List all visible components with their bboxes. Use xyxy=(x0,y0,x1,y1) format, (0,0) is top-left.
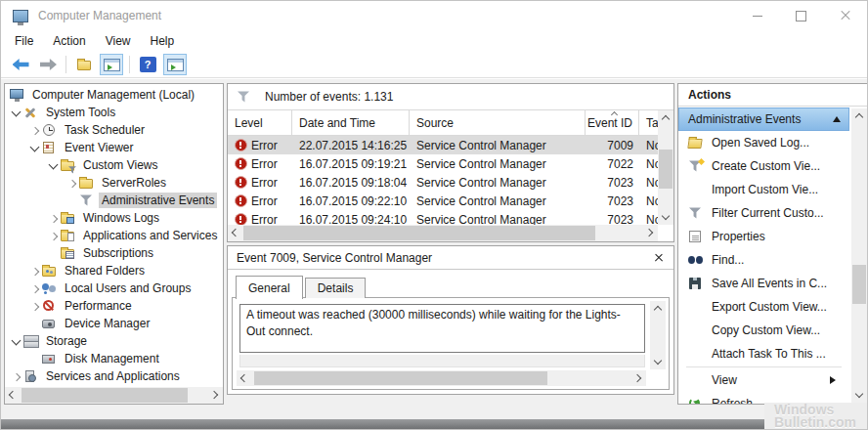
chevron-right-icon[interactable] xyxy=(28,299,42,313)
menu-help[interactable]: Help xyxy=(141,32,185,50)
tree-item-subscriptions[interactable]: Subscriptions xyxy=(5,244,222,262)
chevron-right-icon[interactable] xyxy=(28,264,42,278)
scrollbar-thumb[interactable] xyxy=(852,265,866,304)
preview-horizontal-scrollbar[interactable] xyxy=(237,370,646,386)
action-create-custom-view[interactable]: Create Custom Vie... xyxy=(678,154,849,178)
event-row[interactable]: Error 16.07.2015 09:19:21 Service Contro… xyxy=(228,154,658,173)
column-header-source[interactable]: Source xyxy=(410,110,586,135)
tree-item-task-scheduler[interactable]: Task Scheduler xyxy=(5,121,222,139)
scroll-up-icon[interactable] xyxy=(662,115,670,123)
scroll-up-icon[interactable] xyxy=(855,113,863,121)
action-open-saved-log[interactable]: Open Saved Log... xyxy=(678,131,849,154)
tree-item-local-users-and-groups[interactable]: Local Users and Groups xyxy=(5,280,222,297)
tree-item-computer-management[interactable]: Computer Management (Local) xyxy=(5,86,222,104)
workspace: Computer Management (Local) System Tools… xyxy=(1,79,867,429)
scroll-down-icon[interactable] xyxy=(855,390,863,398)
maximize-button[interactable] xyxy=(779,1,823,30)
action-save-all-events[interactable]: Save All Events in C... xyxy=(678,272,849,295)
events-vertical-scrollbar[interactable] xyxy=(658,110,673,225)
close-button[interactable] xyxy=(823,1,867,30)
event-row[interactable]: Error 16.07.2015 09:24:10 Service Contro… xyxy=(228,210,658,225)
chevron-down-icon[interactable] xyxy=(28,141,42,154)
action-properties[interactable]: Properties xyxy=(678,225,849,248)
back-button[interactable] xyxy=(9,54,32,75)
menu-action[interactable]: Action xyxy=(43,32,95,50)
forward-button[interactable] xyxy=(36,54,60,75)
preview-vertical-scrollbar[interactable] xyxy=(650,301,666,369)
event-row[interactable]: Error 16.07.2015 09:18:04 Service Contro… xyxy=(228,173,658,192)
error-icon xyxy=(235,213,247,225)
tree-item-storage[interactable]: Storage xyxy=(5,332,222,350)
show-console-tree-button[interactable] xyxy=(100,54,123,75)
tree-item-event-viewer[interactable]: Event Viewer xyxy=(5,139,222,156)
action-copy-custom-view[interactable]: Copy Custom View... xyxy=(678,319,849,342)
computer-management-window: Computer Management File Action View Hel… xyxy=(0,0,868,430)
scroll-down-icon[interactable] xyxy=(654,357,662,365)
column-header-event-id[interactable]: Event ID xyxy=(586,110,639,135)
action-export-custom-view[interactable]: Export Custom View... xyxy=(678,295,849,319)
action-attach-task[interactable]: Attach Task To This ... xyxy=(678,342,849,366)
tree-item-device-manager[interactable]: Device Manager xyxy=(5,315,222,332)
tree-item-custom-views[interactable]: Custom Views xyxy=(5,156,222,174)
actions-vertical-scrollbar[interactable] xyxy=(851,108,867,403)
tree-item-system-tools[interactable]: System Tools xyxy=(5,104,222,121)
action-view-submenu[interactable]: View xyxy=(678,368,849,392)
tree-item-serverroles[interactable]: ServerRoles xyxy=(5,174,222,192)
tree-item-services-and-applications[interactable]: Services and Applications xyxy=(5,367,222,385)
scroll-left-icon[interactable] xyxy=(232,229,239,236)
tab-details[interactable]: Details xyxy=(305,278,367,298)
minimize-button[interactable] xyxy=(735,1,779,30)
tree-item-windows-logs[interactable]: Windows Logs xyxy=(5,209,222,227)
tree-item-shared-folders[interactable]: Shared Folders xyxy=(5,262,222,280)
scroll-right-icon[interactable] xyxy=(645,229,653,236)
help-button[interactable] xyxy=(136,54,159,75)
tab-general[interactable]: General xyxy=(236,276,303,299)
show-action-pane-button[interactable] xyxy=(163,54,187,75)
actions-separator xyxy=(686,366,842,367)
tree-item-performance[interactable]: Performance xyxy=(5,297,222,315)
chevron-right-icon[interactable] xyxy=(28,281,42,295)
event-row[interactable]: Error 16.07.2015 09:22:10 Service Contro… xyxy=(228,192,658,210)
chevron-right-icon[interactable] xyxy=(65,176,79,190)
chevron-right-icon[interactable] xyxy=(47,229,61,242)
menu-view[interactable]: View xyxy=(96,32,141,50)
chevron-right-icon[interactable] xyxy=(10,369,23,383)
column-header-level[interactable]: Level xyxy=(228,110,292,135)
event-message[interactable]: A timeout was reached (30000 millisecond… xyxy=(239,304,645,353)
tree: Computer Management (Local) System Tools… xyxy=(5,86,222,386)
action-import-custom-view[interactable]: Import Custom Vie... xyxy=(678,178,849,201)
action-filter-current-custom-view[interactable]: Filter Current Custo... xyxy=(678,201,849,225)
menu-file[interactable]: File xyxy=(5,32,43,50)
scrollbar-thumb[interactable] xyxy=(254,371,547,385)
chevron-right-icon[interactable] xyxy=(47,211,61,225)
column-header-task[interactable]: Tas xyxy=(639,110,660,135)
chevron-spacer xyxy=(65,194,79,207)
scroll-right-icon[interactable] xyxy=(210,391,218,399)
tree-horizontal-scrollbar[interactable] xyxy=(5,387,223,404)
tree-item-disk-management[interactable]: Disk Management xyxy=(5,350,222,367)
scroll-left-icon[interactable] xyxy=(240,374,248,382)
chevron-down-icon[interactable] xyxy=(47,158,61,172)
preview-tabs: General Details xyxy=(236,276,368,298)
event-row[interactable]: Error 22.07.2015 14:16:25 Service Contro… xyxy=(228,136,658,154)
scroll-down-icon[interactable] xyxy=(662,212,670,220)
chevron-down-icon[interactable] xyxy=(10,334,23,348)
export-list-button[interactable] xyxy=(72,54,96,75)
close-preview-icon[interactable] xyxy=(653,252,665,264)
actions-group-administrative-events[interactable]: Administrative Events xyxy=(678,108,849,131)
chevron-right-icon[interactable] xyxy=(28,123,42,137)
scrollbar-thumb[interactable] xyxy=(659,150,673,189)
collapse-group-icon[interactable] xyxy=(833,112,841,122)
scroll-right-icon[interactable] xyxy=(633,374,641,382)
open-folder-icon xyxy=(688,136,704,150)
scrollbar-thumb[interactable] xyxy=(22,388,188,403)
events-horizontal-scrollbar[interactable] xyxy=(228,225,658,241)
tree-item-administrative-events[interactable]: Administrative Events xyxy=(5,192,222,209)
chevron-down-icon[interactable] xyxy=(10,106,23,119)
scrollbar-thumb[interactable] xyxy=(243,226,595,240)
scroll-left-icon[interactable] xyxy=(9,391,17,399)
scroll-up-icon[interactable] xyxy=(654,306,662,314)
column-header-date[interactable]: Date and Time xyxy=(292,110,410,135)
tree-item-applications-and-services[interactable]: Applications and Services xyxy=(5,227,222,244)
action-find[interactable]: Find... xyxy=(678,248,849,272)
